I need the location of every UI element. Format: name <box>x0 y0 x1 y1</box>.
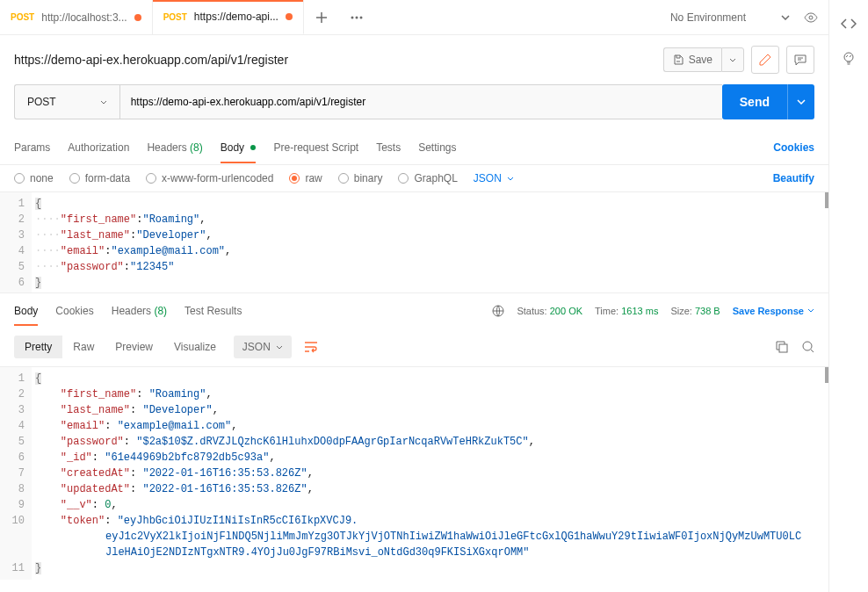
scrollbar-marker <box>825 192 828 208</box>
request-tab-1[interactable]: POST https://demo-api... <box>153 0 304 34</box>
chevron-down-icon <box>507 177 514 181</box>
body-label: Body <box>221 141 244 154</box>
time-info: Time: 1613 ms <box>595 306 658 316</box>
method-label: POST <box>27 96 56 108</box>
scrollbar-marker <box>825 367 828 383</box>
info-button[interactable] <box>841 51 857 67</box>
response-view-mode: Pretty Raw Preview Visualize <box>14 336 227 358</box>
body-type-none[interactable]: none <box>14 172 54 184</box>
chevron-down-icon <box>807 308 814 313</box>
unsaved-dot-icon <box>286 13 293 20</box>
more-icon <box>351 16 363 19</box>
send-button[interactable]: Send <box>722 84 787 119</box>
body-lang-select[interactable]: JSON <box>474 172 514 184</box>
svg-point-6 <box>803 342 812 350</box>
save-icon <box>673 54 684 65</box>
save-button[interactable]: Save <box>663 47 721 72</box>
cookies-link[interactable]: Cookies <box>773 141 814 154</box>
response-lang-select[interactable]: JSON <box>234 336 292 358</box>
radio-icon <box>398 173 409 184</box>
body-type-urlencoded[interactable]: x-www-form-urlencoded <box>146 172 273 184</box>
response-tab-body[interactable]: Body <box>14 296 38 326</box>
radio-icon <box>338 173 349 184</box>
right-sidebar <box>829 0 868 592</box>
send-dropdown-button[interactable] <box>787 84 814 119</box>
tab-tests[interactable]: Tests <box>376 133 401 162</box>
tab-body[interactable]: Body <box>221 133 257 162</box>
code-content[interactable]: {····"first_name":"Roaming",····"last_na… <box>32 192 828 292</box>
status-info: Status: 200 OK <box>517 306 582 316</box>
response-body-viewer[interactable]: 1234567891011 { "first_name": "Roaming",… <box>0 366 828 580</box>
tab-method: POST <box>163 12 187 22</box>
title-row: https://demo-api-ex.herokuapp.com/api/v1… <box>0 35 828 84</box>
request-body-editor[interactable]: 123456 {····"first_name":"Roaming",····"… <box>0 191 828 292</box>
body-dot-icon <box>250 145 256 150</box>
new-tab-button[interactable] <box>304 11 339 24</box>
wrap-lines-button[interactable] <box>299 335 323 359</box>
chevron-down-icon <box>729 58 736 62</box>
body-lang-label: JSON <box>474 172 502 184</box>
copy-button[interactable] <box>776 341 788 353</box>
save-label: Save <box>689 54 712 66</box>
tab-headers[interactable]: Headers (8) <box>147 133 202 162</box>
svg-point-1 <box>355 16 358 18</box>
search-icon <box>802 341 814 353</box>
headers-count: (8) <box>190 141 203 154</box>
environment-label: No Environment <box>670 11 746 24</box>
svg-point-0 <box>351 16 353 18</box>
comment-icon <box>794 54 807 66</box>
save-response-button[interactable]: Save Response <box>733 306 814 316</box>
chevron-down-icon <box>781 15 790 20</box>
tab-settings[interactable]: Settings <box>418 133 456 162</box>
lightbulb-icon <box>841 51 857 67</box>
edit-button[interactable] <box>751 46 779 74</box>
tab-prerequest[interactable]: Pre-request Script <box>273 133 358 162</box>
code-icon <box>841 18 857 30</box>
method-select[interactable]: POST <box>14 84 119 119</box>
headers-label: Headers <box>147 141 186 154</box>
svg-point-3 <box>809 16 813 19</box>
chevron-down-icon <box>797 99 806 105</box>
chevron-down-icon <box>276 345 283 350</box>
save-button-group: Save <box>663 47 744 72</box>
body-type-graphql[interactable]: GraphQL <box>398 172 457 184</box>
search-button[interactable] <box>802 341 814 353</box>
globe-icon <box>492 305 504 317</box>
request-title: https://demo-api-ex.herokuapp.com/api/v1… <box>14 53 653 67</box>
body-type-raw[interactable]: raw <box>289 172 322 184</box>
environment-quicklook-button[interactable] <box>804 11 818 25</box>
request-tab-0[interactable]: POST http://localhost:3... <box>0 0 153 34</box>
code-snippet-button[interactable] <box>841 18 857 30</box>
code-content[interactable]: { "first_name": "Roaming", "last_name": … <box>32 367 828 580</box>
body-type-binary[interactable]: binary <box>338 172 383 184</box>
request-sub-tabs: Params Authorization Headers (8) Body Pr… <box>0 130 828 165</box>
wrap-icon <box>304 341 318 353</box>
view-preview[interactable]: Preview <box>105 336 163 358</box>
response-controls: Pretty Raw Preview Visualize JSON <box>0 328 828 366</box>
tab-authorization[interactable]: Authorization <box>68 133 129 162</box>
url-input[interactable] <box>119 84 722 119</box>
body-type-row: none form-data x-www-form-urlencoded raw… <box>0 165 828 191</box>
body-type-formdata[interactable]: form-data <box>69 172 130 184</box>
svg-point-7 <box>844 53 853 61</box>
beautify-link[interactable]: Beautify <box>773 172 814 184</box>
view-pretty[interactable]: Pretty <box>14 336 62 358</box>
svg-rect-5 <box>779 344 787 352</box>
tab-params[interactable]: Params <box>14 133 50 162</box>
response-tabs: Body Cookies Headers (8) Test Results St… <box>0 292 828 328</box>
tab-bar: POST http://localhost:3... POST https://… <box>0 0 828 35</box>
environment-select[interactable]: No Environment <box>663 8 797 27</box>
comment-button[interactable] <box>786 46 814 74</box>
radio-icon <box>69 173 80 184</box>
tab-options-button[interactable] <box>339 16 374 19</box>
size-info: Size: 738 B <box>670 306 720 316</box>
radio-icon <box>289 173 300 184</box>
response-tab-headers[interactable]: Headers (8) <box>112 296 167 326</box>
chevron-down-icon <box>100 100 107 105</box>
gutter: 123456 <box>0 192 32 292</box>
response-tab-testresults[interactable]: Test Results <box>184 296 242 326</box>
save-dropdown-button[interactable] <box>721 47 744 72</box>
view-raw[interactable]: Raw <box>62 336 105 358</box>
view-visualize[interactable]: Visualize <box>163 336 227 358</box>
response-tab-cookies[interactable]: Cookies <box>55 296 93 326</box>
